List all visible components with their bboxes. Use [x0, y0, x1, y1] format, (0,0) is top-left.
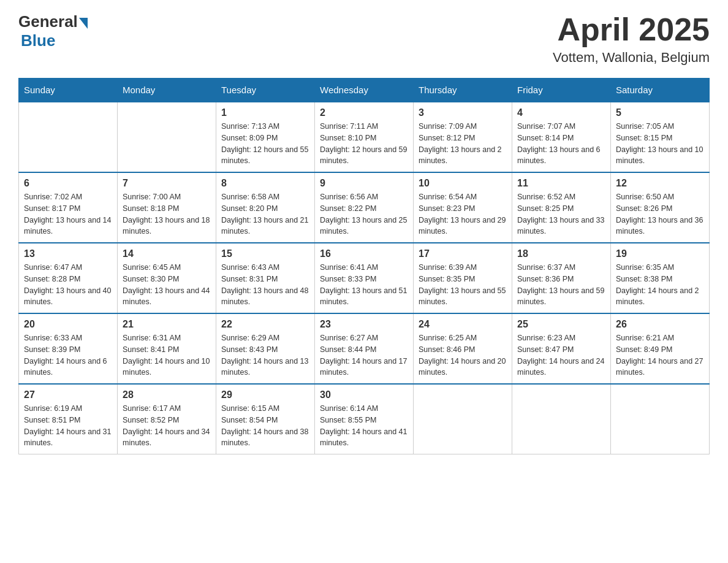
day-info: Sunrise: 6:52 AMSunset: 8:25 PMDaylight:…	[517, 191, 605, 237]
calendar-cell: 22Sunrise: 6:29 AMSunset: 8:43 PMDayligh…	[216, 313, 315, 384]
day-number: 7	[123, 178, 211, 189]
calendar-cell: 4Sunrise: 7:07 AMSunset: 8:14 PMDaylight…	[512, 102, 611, 172]
day-info: Sunrise: 7:05 AMSunset: 8:15 PMDaylight:…	[616, 121, 704, 167]
weekday-header-saturday: Saturday	[611, 79, 710, 102]
day-info: Sunrise: 6:41 AMSunset: 8:33 PMDaylight:…	[320, 262, 408, 308]
day-info: Sunrise: 7:11 AMSunset: 8:10 PMDaylight:…	[320, 121, 408, 167]
day-info: Sunrise: 6:54 AMSunset: 8:23 PMDaylight:…	[419, 191, 507, 237]
day-number: 19	[616, 248, 704, 259]
day-info: Sunrise: 6:21 AMSunset: 8:49 PMDaylight:…	[616, 332, 704, 378]
day-number: 9	[320, 178, 408, 189]
calendar-cell: 18Sunrise: 6:37 AMSunset: 8:36 PMDayligh…	[512, 243, 611, 313]
calendar-cell: 8Sunrise: 6:58 AMSunset: 8:20 PMDaylight…	[216, 172, 315, 243]
calendar-cell: 20Sunrise: 6:33 AMSunset: 8:39 PMDayligh…	[19, 313, 118, 384]
calendar-cell: 5Sunrise: 7:05 AMSunset: 8:15 PMDaylight…	[611, 102, 710, 172]
calendar-cell: 27Sunrise: 6:19 AMSunset: 8:51 PMDayligh…	[19, 384, 118, 454]
calendar-week-1: 1Sunrise: 7:13 AMSunset: 8:09 PMDaylight…	[19, 102, 710, 172]
calendar-cell: 13Sunrise: 6:47 AMSunset: 8:28 PMDayligh…	[19, 243, 118, 313]
day-number: 16	[320, 248, 408, 259]
calendar-cell: 12Sunrise: 6:50 AMSunset: 8:26 PMDayligh…	[611, 172, 710, 243]
logo: General Blue	[18, 12, 88, 50]
day-info: Sunrise: 6:29 AMSunset: 8:43 PMDaylight:…	[221, 332, 309, 378]
calendar-cell: 7Sunrise: 7:00 AMSunset: 8:18 PMDaylight…	[118, 172, 216, 243]
calendar-cell: 30Sunrise: 6:14 AMSunset: 8:55 PMDayligh…	[315, 384, 414, 454]
calendar-week-2: 6Sunrise: 7:02 AMSunset: 8:17 PMDaylight…	[19, 172, 710, 243]
day-info: Sunrise: 7:02 AMSunset: 8:17 PMDaylight:…	[24, 191, 112, 237]
calendar-cell: 16Sunrise: 6:41 AMSunset: 8:33 PMDayligh…	[315, 243, 414, 313]
title-block: April 2025 Vottem, Wallonia, Belgium	[553, 12, 710, 66]
calendar-cell: 23Sunrise: 6:27 AMSunset: 8:44 PMDayligh…	[315, 313, 414, 384]
day-info: Sunrise: 7:13 AMSunset: 8:09 PMDaylight:…	[221, 121, 309, 167]
day-info: Sunrise: 7:00 AMSunset: 8:18 PMDaylight:…	[123, 191, 211, 237]
logo-general-text: General	[18, 12, 78, 31]
calendar-cell	[19, 102, 118, 172]
weekday-header-friday: Friday	[512, 79, 611, 102]
calendar-cell: 17Sunrise: 6:39 AMSunset: 8:35 PMDayligh…	[414, 243, 512, 313]
day-number: 30	[320, 389, 408, 400]
day-info: Sunrise: 6:19 AMSunset: 8:51 PMDaylight:…	[24, 403, 112, 449]
day-info: Sunrise: 6:39 AMSunset: 8:35 PMDaylight:…	[419, 262, 507, 308]
day-number: 13	[24, 248, 112, 259]
calendar-cell: 24Sunrise: 6:25 AMSunset: 8:46 PMDayligh…	[414, 313, 512, 384]
day-info: Sunrise: 6:50 AMSunset: 8:26 PMDaylight:…	[616, 191, 704, 237]
day-info: Sunrise: 6:17 AMSunset: 8:52 PMDaylight:…	[123, 403, 211, 449]
day-number: 22	[221, 319, 309, 330]
calendar-cell: 21Sunrise: 6:31 AMSunset: 8:41 PMDayligh…	[118, 313, 216, 384]
calendar-cell: 11Sunrise: 6:52 AMSunset: 8:25 PMDayligh…	[512, 172, 611, 243]
calendar-cell	[611, 384, 710, 454]
day-number: 20	[24, 319, 112, 330]
day-info: Sunrise: 6:31 AMSunset: 8:41 PMDaylight:…	[123, 332, 211, 378]
day-number: 24	[419, 319, 507, 330]
calendar-cell: 2Sunrise: 7:11 AMSunset: 8:10 PMDaylight…	[315, 102, 414, 172]
calendar-cell: 25Sunrise: 6:23 AMSunset: 8:47 PMDayligh…	[512, 313, 611, 384]
calendar-cell: 3Sunrise: 7:09 AMSunset: 8:12 PMDaylight…	[414, 102, 512, 172]
weekday-header-sunday: Sunday	[19, 79, 118, 102]
day-number: 8	[221, 178, 309, 189]
weekday-header-row: SundayMondayTuesdayWednesdayThursdayFrid…	[19, 79, 710, 102]
weekday-header-wednesday: Wednesday	[315, 79, 414, 102]
day-number: 23	[320, 319, 408, 330]
day-number: 18	[517, 248, 605, 259]
calendar-cell: 26Sunrise: 6:21 AMSunset: 8:49 PMDayligh…	[611, 313, 710, 384]
day-info: Sunrise: 7:07 AMSunset: 8:14 PMDaylight:…	[517, 121, 605, 167]
day-info: Sunrise: 6:58 AMSunset: 8:20 PMDaylight:…	[221, 191, 309, 237]
calendar-cell: 10Sunrise: 6:54 AMSunset: 8:23 PMDayligh…	[414, 172, 512, 243]
calendar-cell: 29Sunrise: 6:15 AMSunset: 8:54 PMDayligh…	[216, 384, 315, 454]
day-number: 29	[221, 389, 309, 400]
calendar-cell	[118, 102, 216, 172]
day-number: 17	[419, 248, 507, 259]
location-title: Vottem, Wallonia, Belgium	[553, 50, 710, 66]
day-info: Sunrise: 6:23 AMSunset: 8:47 PMDaylight:…	[517, 332, 605, 378]
calendar-table: SundayMondayTuesdayWednesdayThursdayFrid…	[18, 78, 710, 454]
day-number: 14	[123, 248, 211, 259]
day-number: 25	[517, 319, 605, 330]
day-number: 10	[419, 178, 507, 189]
day-info: Sunrise: 6:43 AMSunset: 8:31 PMDaylight:…	[221, 262, 309, 308]
logo-blue-text: Blue	[21, 31, 55, 50]
day-info: Sunrise: 6:15 AMSunset: 8:54 PMDaylight:…	[221, 403, 309, 449]
calendar-cell: 6Sunrise: 7:02 AMSunset: 8:17 PMDaylight…	[19, 172, 118, 243]
day-info: Sunrise: 7:09 AMSunset: 8:12 PMDaylight:…	[419, 121, 507, 167]
calendar-week-3: 13Sunrise: 6:47 AMSunset: 8:28 PMDayligh…	[19, 243, 710, 313]
day-info: Sunrise: 6:56 AMSunset: 8:22 PMDaylight:…	[320, 191, 408, 237]
calendar-cell: 9Sunrise: 6:56 AMSunset: 8:22 PMDaylight…	[315, 172, 414, 243]
day-number: 4	[517, 107, 605, 118]
calendar-week-5: 27Sunrise: 6:19 AMSunset: 8:51 PMDayligh…	[19, 384, 710, 454]
day-info: Sunrise: 6:25 AMSunset: 8:46 PMDaylight:…	[419, 332, 507, 378]
calendar-cell: 14Sunrise: 6:45 AMSunset: 8:30 PMDayligh…	[118, 243, 216, 313]
day-number: 15	[221, 248, 309, 259]
day-number: 3	[419, 107, 507, 118]
calendar-header: SundayMondayTuesdayWednesdayThursdayFrid…	[19, 79, 710, 102]
day-number: 27	[24, 389, 112, 400]
day-number: 26	[616, 319, 704, 330]
day-info: Sunrise: 6:47 AMSunset: 8:28 PMDaylight:…	[24, 262, 112, 308]
calendar-cell	[512, 384, 611, 454]
day-number: 21	[123, 319, 211, 330]
page-header: General Blue April 2025 Vottem, Wallonia…	[18, 12, 710, 66]
calendar-cell: 28Sunrise: 6:17 AMSunset: 8:52 PMDayligh…	[118, 384, 216, 454]
day-number: 1	[221, 107, 309, 118]
calendar-cell	[414, 384, 512, 454]
month-title: April 2025	[553, 12, 710, 47]
day-info: Sunrise: 6:45 AMSunset: 8:30 PMDaylight:…	[123, 262, 211, 308]
calendar-cell: 15Sunrise: 6:43 AMSunset: 8:31 PMDayligh…	[216, 243, 315, 313]
